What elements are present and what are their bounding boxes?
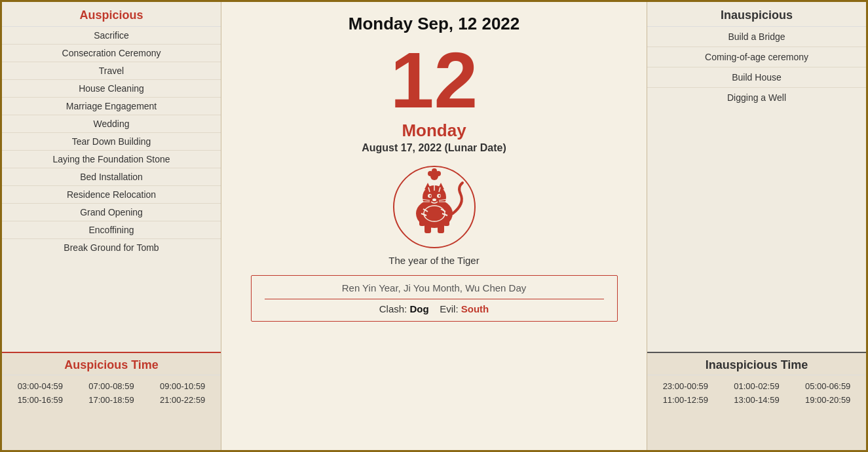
list-item: House Cleaning (2, 80, 221, 98)
list-item: Wedding (2, 115, 221, 133)
list-item: Digging a Well (647, 88, 866, 107)
svg-rect-20 (443, 218, 449, 226)
clash-value: Dog (409, 303, 428, 314)
time-cell: 19:00-20:59 (792, 393, 863, 407)
info-line1: Ren Yin Year, Ji You Month, Wu Chen Day (265, 282, 604, 299)
time-cell: 05:00-06:59 (792, 379, 863, 393)
tiger-zodiac-icon (392, 164, 477, 250)
inauspicious-title: Inauspicious (647, 2, 866, 27)
center-panel: Monday Sep, 12 2022 12 Monday August 17,… (221, 2, 647, 450)
auspicious-time-grid: 03:00-04:5907:00-08:5909:00-10:5915:00-1… (2, 375, 221, 411)
time-cell: 23:00-00:59 (650, 379, 721, 393)
lunar-date-value: August 17, 2022 (362, 142, 442, 153)
date-heading: Monday Sep, 12 2022 (349, 14, 520, 34)
inauspicious-section: Inauspicious Build a BridgeComing-of-age… (647, 2, 866, 353)
svg-point-8 (438, 195, 440, 197)
time-cell: 17:00-18:59 (76, 393, 147, 407)
time-cell: 21:00-22:59 (147, 393, 218, 407)
auspicious-section: Auspicious SacrificeConsecration Ceremon… (2, 2, 221, 353)
svg-rect-17 (425, 223, 431, 233)
time-cell: 15:00-16:59 (5, 393, 76, 407)
list-item: Marriage Engagement (2, 98, 221, 115)
evil-value: South (461, 303, 489, 314)
time-cell: 09:00-10:59 (147, 379, 218, 393)
list-item: Laying the Foundation Stone (2, 151, 221, 168)
time-cell: 01:00-02:59 (721, 379, 793, 393)
inauspicious-time-section: Inauspicious Time 23:00-00:5901:00-02:59… (647, 353, 866, 450)
svg-point-9 (432, 198, 436, 201)
svg-point-7 (429, 195, 431, 197)
left-panel: Auspicious SacrificeConsecration Ceremon… (2, 2, 221, 450)
list-item: Grand Opening (2, 204, 221, 221)
auspicious-time-title: Auspicious Time (2, 353, 221, 375)
zodiac-label: The year of the Tiger (388, 255, 479, 266)
day-number: 12 (390, 41, 478, 119)
main-container: Auspicious SacrificeConsecration Ceremon… (0, 0, 868, 452)
evil-label: Evil: (440, 303, 458, 314)
auspicious-list: SacrificeConsecration CeremonyTravelHous… (2, 27, 221, 256)
day-name: Monday (402, 121, 466, 141)
list-item: Encoffining (2, 221, 221, 239)
inauspicious-time-grid: 23:00-00:5901:00-02:5905:00-06:5911:00-1… (647, 375, 866, 411)
clash-label: Clash: (379, 303, 407, 314)
list-item: Bed Installation (2, 168, 221, 186)
list-item: Sacrifice (2, 27, 221, 45)
lunar-date-suffix: (Lunar Date) (445, 142, 506, 153)
info-line2: Clash: Dog Evil: South (265, 303, 604, 314)
list-item: Travel (2, 62, 221, 80)
list-item: Break Ground for Tomb (2, 239, 221, 256)
time-cell: 13:00-14:59 (721, 393, 793, 407)
inauspicious-time-title: Inauspicious Time (647, 353, 866, 375)
svg-marker-4 (438, 183, 444, 189)
list-item: Build House (647, 67, 866, 88)
auspicious-time-section: Auspicious Time 03:00-04:5907:00-08:5909… (2, 353, 221, 450)
lunar-date: August 17, 2022 (Lunar Date) (362, 142, 506, 154)
info-box: Ren Yin Year, Ji You Month, Wu Chen Day … (251, 275, 618, 322)
list-item: Coming-of-age ceremony (647, 47, 866, 67)
svg-rect-19 (419, 218, 425, 226)
inauspicious-list: Build a BridgeComing-of-age ceremonyBuil… (647, 27, 866, 107)
svg-point-24 (432, 168, 437, 174)
svg-rect-18 (438, 223, 444, 233)
right-panel: Inauspicious Build a BridgeComing-of-age… (647, 2, 866, 450)
list-item: Tear Down Building (2, 133, 221, 151)
list-item: Build a Bridge (647, 27, 866, 47)
svg-marker-3 (425, 183, 431, 189)
time-cell: 07:00-08:59 (76, 379, 147, 393)
time-cell: 11:00-12:59 (650, 393, 721, 407)
list-item: Residence Relocation (2, 186, 221, 204)
auspicious-title: Auspicious (2, 2, 221, 27)
list-item: Consecration Ceremony (2, 45, 221, 62)
time-cell: 03:00-04:59 (5, 379, 76, 393)
